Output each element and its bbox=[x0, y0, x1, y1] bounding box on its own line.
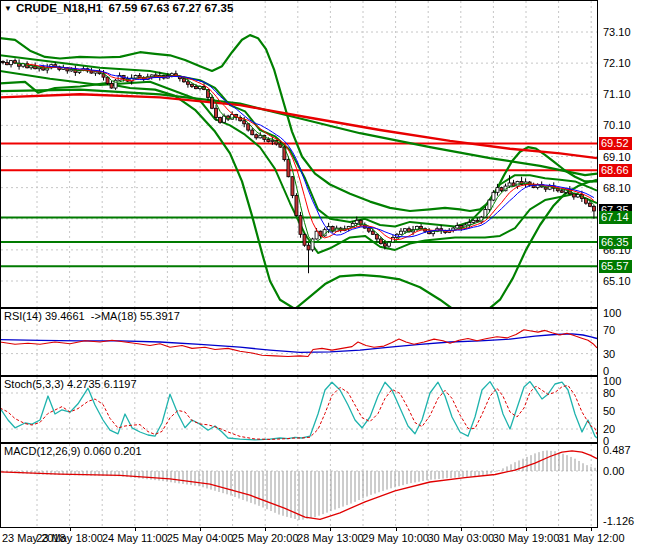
time-axis-label: 25 May 04:00 bbox=[167, 532, 234, 544]
price-tick-label: -1.126 bbox=[603, 515, 634, 527]
time-tick-mark bbox=[396, 528, 397, 531]
time-axis-label: 31 May 12:00 bbox=[558, 532, 625, 544]
time-axis[interactable]: 23 May 201823 May 18:0024 May 11:0025 Ma… bbox=[0, 528, 650, 550]
price-tick-label: 0.00 bbox=[603, 465, 624, 477]
price-badge-66.35: 66.35 bbox=[599, 236, 632, 249]
price-tick-label: 73.10 bbox=[603, 26, 631, 38]
time-tick-mark bbox=[70, 528, 71, 531]
price-tick-label: 70.10 bbox=[603, 119, 631, 131]
price-tick-label: 30 bbox=[603, 348, 615, 360]
chart-title: ▼CRUDE_N18,H1 67.59 67.63 67.27 67.35 bbox=[4, 2, 233, 14]
price-tick-label: 68.10 bbox=[603, 182, 631, 194]
time-tick-mark bbox=[461, 528, 462, 531]
price-badge-65.57: 65.57 bbox=[599, 260, 632, 273]
price-tick-label: 80 bbox=[603, 387, 615, 399]
rsi-label: RSI(14) 39.4661 ->MA(18) 55.3917 bbox=[4, 310, 180, 322]
price-tick-label: 65.10 bbox=[603, 275, 631, 287]
bb-narrow-upper bbox=[0, 55, 597, 226]
time-axis-label: 25 May 20:00 bbox=[232, 532, 299, 544]
price-badge-68.66: 68.66 bbox=[599, 164, 632, 177]
time-axis-label: 29 May 10:00 bbox=[362, 532, 429, 544]
rsi-ma-line bbox=[0, 334, 597, 353]
symbol-dropdown-icon[interactable]: ▼ bbox=[4, 4, 12, 13]
chart-title-text: CRUDE_N18,H1 67.59 67.63 67.27 67.35 bbox=[16, 2, 233, 14]
price-badge-69.52: 69.52 bbox=[599, 137, 632, 150]
price-tick-label: 20 bbox=[603, 423, 615, 435]
price-tick-label: 100 bbox=[603, 375, 621, 387]
stochastic-label: Stoch(5,3,3) 4.2735 6.1197 bbox=[4, 378, 137, 390]
time-tick-mark bbox=[330, 528, 331, 531]
time-tick-mark bbox=[265, 528, 266, 531]
time-axis-label: 24 May 11:00 bbox=[102, 532, 168, 544]
time-tick-mark bbox=[200, 528, 201, 531]
time-axis-label: 28 May 13:00 bbox=[297, 532, 364, 544]
stochastic-panel: Stoch(5,3,3) 4.2735 6.1197 bbox=[0, 376, 598, 443]
time-tick-mark bbox=[526, 528, 527, 531]
ma-fast-10 bbox=[39, 65, 594, 237]
time-tick-mark bbox=[135, 528, 136, 531]
main-chart-canvas[interactable] bbox=[0, 0, 598, 308]
price-tick-label: 50 bbox=[603, 405, 615, 417]
price-tick-label: 70 bbox=[603, 324, 615, 336]
time-axis-label: 30 May 03:00 bbox=[427, 532, 494, 544]
price-tick-label: 69.10 bbox=[603, 151, 631, 163]
ma-green-slow bbox=[0, 90, 597, 176]
rsi-panel: RSI(14) 39.4661 ->MA(18) 55.3917 bbox=[0, 308, 598, 376]
price-tick-label: 0.487 bbox=[603, 444, 631, 456]
panel-frame bbox=[1, 1, 598, 308]
price-tick-label: 72.10 bbox=[603, 57, 631, 69]
chart-window: ▼CRUDE_N18,H1 67.59 67.63 67.27 67.35 RS… bbox=[0, 0, 650, 550]
time-tick-mark bbox=[591, 528, 592, 531]
macd-panel: MACD(12,26,9) 0.060 0.201 bbox=[0, 443, 598, 528]
price-tick-label: 100 bbox=[603, 307, 621, 319]
time-axis-label: 30 May 19:00 bbox=[493, 532, 560, 544]
time-axis-label: 23 May 18:00 bbox=[36, 532, 103, 544]
bb-narrow-lower bbox=[0, 71, 597, 253]
macd-histogram bbox=[3, 450, 595, 520]
price-tick-label: 71.10 bbox=[603, 88, 631, 100]
macd-label: MACD(12,26,9) 0.060 0.201 bbox=[4, 445, 142, 457]
price-badge-67.14: 67.14 bbox=[599, 211, 632, 224]
bb-wide-upper bbox=[0, 35, 597, 211]
main-chart-panel: ▼CRUDE_N18,H1 67.59 67.63 67.27 67.35 bbox=[0, 0, 598, 308]
stoch-k-line bbox=[0, 382, 597, 440]
